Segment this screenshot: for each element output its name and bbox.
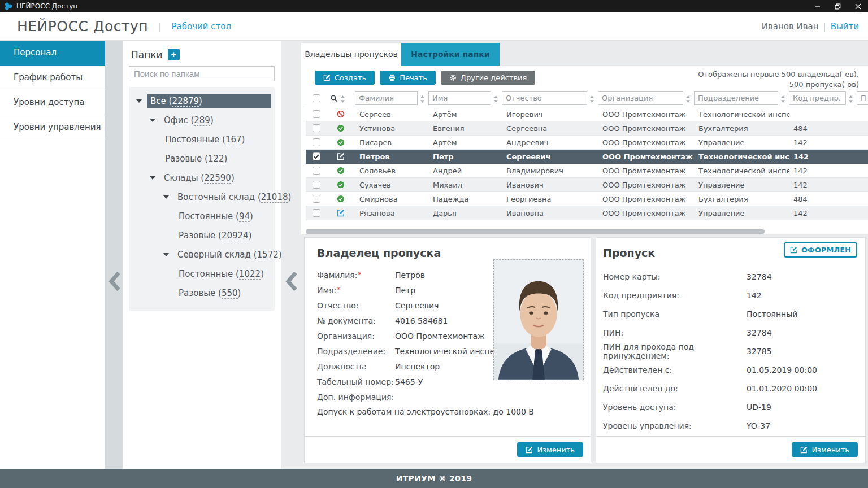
- row-checkbox[interactable]: [313, 181, 320, 189]
- create-button[interactable]: Создать: [315, 71, 375, 85]
- caret-down-icon[interactable]: [148, 119, 157, 122]
- tree-item-label: Разовые (20924): [175, 229, 257, 243]
- add-folder-button[interactable]: +: [168, 49, 180, 60]
- cell-patronymic: Ивановна: [502, 209, 598, 217]
- print-button[interactable]: Печать: [380, 71, 436, 85]
- table-row[interactable]: СергеевАртёмИгоревичООО ПромтехмонтажТех…: [306, 107, 868, 121]
- table-row[interactable]: УстиноваЕвгенияСергеевнаООО Промтехмонта…: [306, 121, 868, 136]
- filter-input-6[interactable]: [857, 91, 868, 105]
- row-checkbox[interactable]: [313, 110, 320, 118]
- close-icon[interactable]: [848, 0, 868, 12]
- tree-item-label: Склады (22590): [160, 171, 239, 185]
- filter-input-4[interactable]: [694, 91, 778, 105]
- cell-surname: Сухачев: [355, 181, 428, 189]
- sidebar-item-work-schedule[interactable]: График работы: [0, 66, 105, 90]
- workspace: ПерсоналГрафик работыУровни доступаУровн…: [0, 41, 868, 469]
- row-checkbox[interactable]: [313, 209, 320, 217]
- filter-input-3[interactable]: [598, 91, 683, 105]
- pass-field-value: 32784: [747, 328, 772, 337]
- owner-field-label: № документа:: [317, 316, 395, 325]
- tree-item-label: Восточный склад (21018): [174, 190, 296, 204]
- row-checkbox[interactable]: [313, 167, 320, 175]
- pass-field-label: Код предприятия:: [603, 291, 747, 300]
- filter-input-2[interactable]: [502, 91, 587, 105]
- tree-item[interactable]: Восточный склад (21018): [129, 188, 272, 207]
- row-checkbox[interactable]: [313, 195, 320, 203]
- tree-item[interactable]: Разовые (550): [129, 284, 272, 303]
- folders-collapse-gap: [281, 41, 301, 469]
- filter-input-5[interactable]: [789, 91, 846, 105]
- portrait-image: [494, 260, 583, 380]
- restore-icon[interactable]: [827, 0, 848, 12]
- filter-input-1[interactable]: [428, 91, 491, 105]
- tree-item[interactable]: Постоянные (94): [129, 207, 272, 226]
- app-footer: ИТРИУМ ® 2019: [0, 469, 868, 488]
- sidebar-item-control-levels[interactable]: Уровни управления: [0, 115, 105, 140]
- desktop-link[interactable]: Рабочий стол: [172, 21, 232, 32]
- row-checkbox[interactable]: [313, 138, 320, 146]
- caret-down-icon[interactable]: [162, 253, 171, 256]
- table-row[interactable]: СмирноваНадеждаГеоргиевнаООО Промтехмонт…: [306, 192, 868, 206]
- collapse-sidebar-icon[interactable]: [108, 271, 120, 291]
- edit-owner-button[interactable]: Изменить: [517, 442, 583, 457]
- table-row[interactable]: РязановаДарьяИвановнаООО ПромтехмонтажУп…: [306, 206, 868, 220]
- pass-field-value: UD-19: [747, 403, 771, 412]
- logout-link[interactable]: Выйти: [831, 21, 859, 32]
- current-user: Иванов Иван: [762, 21, 819, 32]
- table-row[interactable]: ПетровПетрСергеевичООО ПромтехмонтажТехн…: [306, 150, 868, 164]
- tab-folder-settings[interactable]: Настройки папки: [401, 43, 500, 66]
- pass-field-row: Тип пропускаПостоянный: [603, 304, 856, 323]
- brand-title: НЕЙРОСС Доступ: [17, 18, 148, 34]
- minimize-icon[interactable]: [807, 0, 827, 12]
- tree-item[interactable]: Северный склад (1572): [129, 245, 272, 264]
- edit-icon: [337, 209, 345, 217]
- check-icon: [337, 195, 345, 203]
- collapse-folders-icon[interactable]: [285, 271, 297, 291]
- tab-pass-owners[interactable]: Владельцы пропусков: [301, 43, 401, 66]
- tree-item-label: Постоянные (94): [175, 210, 258, 224]
- window-title: НЕЙРОСС Доступ: [16, 2, 77, 10]
- tree-item[interactable]: Склады (22590): [129, 168, 272, 188]
- sidebar-nav: ПерсоналГрафик работыУровни доступаУровн…: [0, 41, 105, 469]
- row-checkbox[interactable]: [313, 124, 320, 132]
- row-checkbox[interactable]: [313, 152, 320, 160]
- filter-input-0[interactable]: [355, 91, 418, 105]
- check-icon: [337, 167, 345, 175]
- pass-field-label: Уровень доступа:: [603, 403, 747, 412]
- required-asterisk: *: [337, 286, 340, 294]
- sort-icon[interactable]: [420, 94, 425, 102]
- owner-field-label: Фамилия:*: [317, 271, 395, 280]
- select-all-checkbox[interactable]: [313, 94, 320, 102]
- sidebar-item-personnel[interactable]: Персонал: [0, 41, 105, 66]
- pass-panel-footer: Изменить: [596, 436, 865, 463]
- tree-item-label: Постоянные (1022): [175, 267, 268, 281]
- folder-search-input[interactable]: [129, 66, 275, 81]
- sort-icon[interactable]: [780, 94, 785, 102]
- tree-item[interactable]: Постоянные (167): [129, 130, 272, 149]
- caret-down-icon[interactable]: [134, 99, 144, 103]
- pass-status-badge[interactable]: ОФОРМЛЕН: [784, 242, 857, 258]
- sidebar-item-access-levels[interactable]: Уровни доступа: [0, 90, 105, 115]
- sort-icon[interactable]: [340, 94, 345, 102]
- tree-item[interactable]: Все (22879): [129, 91, 272, 111]
- sort-icon[interactable]: [589, 94, 594, 102]
- cell-department: Управление: [694, 209, 789, 217]
- more-actions-button[interactable]: Другие действия: [441, 71, 536, 85]
- table-row[interactable]: СоловьёвАндрейВладимировичООО Промтехмон…: [306, 164, 868, 178]
- tree-item[interactable]: Офис (289): [129, 111, 272, 130]
- sort-icon[interactable]: [493, 94, 498, 102]
- horizontal-scrollbar[interactable]: [306, 229, 765, 234]
- edit-icon: [526, 446, 533, 454]
- sort-icon[interactable]: [848, 94, 853, 102]
- owners-table-card: Создать Печать Другие действия: [301, 66, 868, 234]
- tree-item[interactable]: Разовые (20924): [129, 226, 272, 245]
- table-row[interactable]: ПисаревАртёмАндреевичООО ПромтехмонтажУп…: [306, 136, 868, 150]
- cell-enterprise-code: 142: [789, 167, 857, 175]
- caret-down-icon[interactable]: [148, 176, 157, 180]
- caret-down-icon[interactable]: [162, 195, 171, 199]
- tree-item[interactable]: Постоянные (1022): [129, 264, 272, 284]
- tree-item[interactable]: Разовые (122): [129, 149, 272, 168]
- table-row[interactable]: СухачевМихаилИвановичООО ПромтехмонтажУп…: [306, 178, 868, 192]
- edit-pass-button[interactable]: Изменить: [792, 442, 858, 457]
- sort-icon[interactable]: [685, 94, 691, 102]
